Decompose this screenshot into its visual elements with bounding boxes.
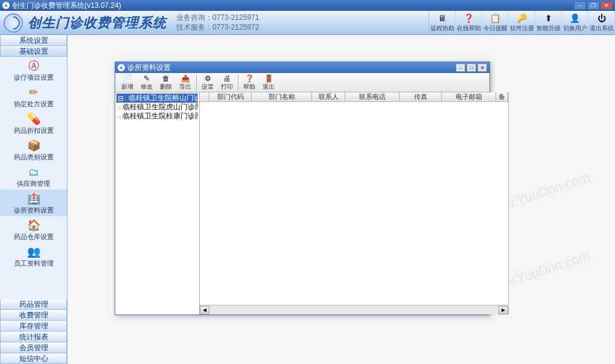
close-button[interactable]: ✕: [601, 1, 613, 10]
sidebar-section[interactable]: 药品管理: [0, 299, 67, 310]
horizontal-scrollbar[interactable]: ◀ ▶: [200, 305, 508, 315]
sidebar-section[interactable]: 系统设置: [0, 35, 67, 46]
tree-folder-icon: ⌂: [118, 104, 121, 111]
toolbar-button-删除[interactable]: 🗑删除: [156, 74, 176, 91]
toolbar-separator: [196, 75, 197, 91]
sidebar-item-label: 协定处方设置: [14, 100, 54, 109]
column-header[interactable]: 部门代码: [209, 92, 252, 101]
sidebar-section[interactable]: 会员管理: [0, 342, 67, 353]
tree-folder-icon: ⌂: [118, 113, 121, 120]
tree-item[interactable]: ⊟⌂临桂镇卫生院榕山门诊部: [116, 94, 198, 103]
toolbar-separator: [238, 75, 238, 91]
header-tool-label: 在线帮助: [457, 24, 481, 33]
toolbar-button-帮助[interactable]: ❓帮助: [240, 74, 259, 91]
column-header[interactable]: 备: [496, 92, 508, 101]
header-tool-icon: ❓: [464, 13, 474, 24]
inner-window: + 诊所资料设置 – □ ✕ 📄新增✎修改🗑删除📤导出⚙设置🖨打印❓帮助🚪退出 …: [115, 62, 490, 315]
toolbar-label: 导出: [179, 83, 191, 91]
header-tool-0[interactable]: 🖥远程协助: [429, 11, 456, 35]
tree-item-label: 临桂镇卫生院虎山门诊部: [123, 103, 198, 112]
toolbar-button-新增[interactable]: 📄新增: [118, 74, 137, 91]
header-tool-4[interactable]: ⬆智能升级: [535, 11, 562, 35]
header-tool-2[interactable]: 📋今日提醒: [482, 11, 509, 35]
sidebar-section[interactable]: 收费管理: [0, 310, 67, 321]
sidebar-item[interactable]: 👥员工资料管理: [0, 243, 67, 269]
sidebar-item-icon: ✏: [25, 86, 42, 99]
sidebar-item[interactable]: Ⓐ诊疗项目设置: [0, 57, 67, 83]
sidebar-item[interactable]: 🗂供应商管理: [0, 163, 67, 190]
toolbar-button-退出[interactable]: 🚪退出: [259, 74, 278, 91]
tree-item-label: 临桂镇卫生院桂康门诊部: [123, 112, 198, 121]
toolbar-label: 修改: [141, 83, 153, 91]
sidebar-item[interactable]: 🏠药品仓库设置: [0, 216, 67, 243]
column-header[interactable]: 联系人: [312, 92, 345, 101]
sidebar-item-icon: Ⓐ: [25, 59, 42, 72]
sidebar-section[interactable]: 库存管理: [0, 321, 67, 331]
window-title: 创生门诊收费管理系统(v13.07.24): [12, 1, 121, 11]
header-tool-icon: ⬆: [543, 13, 554, 24]
inner-maximize-button[interactable]: □: [467, 63, 476, 72]
toolbar-button-设置[interactable]: ⚙设置: [198, 74, 217, 91]
toolbar-icon: ❓: [244, 74, 254, 83]
inner-close-button[interactable]: ✕: [477, 63, 487, 72]
inner-titlebar: + 诊所资料设置 – □ ✕: [115, 62, 489, 73]
sidebar-item[interactable]: 📦药品类别设置: [0, 136, 67, 163]
toolbar-icon: 📤: [180, 74, 190, 83]
scroll-right-button[interactable]: ▶: [499, 306, 508, 315]
column-header[interactable]: [200, 92, 209, 101]
grid-header: 部门代码部门名称联系人联系电话传真电子邮箱备: [200, 92, 508, 102]
contact-line1: 业务咨询：0773-2125971: [176, 13, 259, 23]
maximize-button[interactable]: ❐: [587, 1, 599, 10]
sidebar-item-icon: 🏠: [25, 219, 42, 232]
header-tool-label: 软件注册: [510, 24, 534, 33]
tree-folder-icon: ⌂: [124, 95, 127, 102]
toolbar-label: 设置: [202, 83, 214, 91]
header-toolbar: 🖥远程协助❓在线帮助📋今日提醒🔑软件注册⬆智能升级👤切换用户⏻退出系统: [429, 11, 615, 35]
header-tool-label: 今日提醒: [483, 24, 508, 33]
sidebar-section[interactable]: 基础设置: [0, 46, 67, 57]
toolbar-icon: 🗑: [161, 74, 171, 83]
inner-minimize-button[interactable]: –: [456, 63, 465, 72]
header-banner: 创生门诊收费管理系统 业务咨询：0773-2125971 技术服务：0773-2…: [0, 11, 615, 35]
tree-item-label: 临桂镇卫生院榕山门诊部: [129, 94, 198, 103]
sidebar-item[interactable]: 💊药品折扣设置: [0, 110, 67, 136]
outer-titlebar: + 创生门诊收费管理系统(v13.07.24) – ❐ ✕: [0, 0, 615, 11]
tree-item[interactable]: ⌂临桂镇卫生院桂康门诊部: [116, 112, 198, 121]
sidebar-section[interactable]: 统计报表: [0, 331, 67, 342]
workspace: www.YuuDnn.com www.YuuDnn.com www.YuuDnn…: [68, 35, 615, 364]
toolbar-icon: ⚙: [203, 74, 212, 83]
column-header[interactable]: 传真: [400, 92, 442, 101]
sidebar-item-icon: 🗂: [25, 165, 42, 179]
column-header[interactable]: 电子邮箱: [442, 92, 496, 101]
header-tool-5[interactable]: 👤切换用户: [562, 11, 588, 35]
header-tool-label: 退出系统: [590, 24, 614, 33]
toolbar-button-修改[interactable]: ✎修改: [137, 74, 156, 91]
sidebar-item[interactable]: 🏥诊所资料设置: [0, 190, 67, 216]
header-tool-icon: 🖥: [437, 13, 448, 24]
header-tool-6[interactable]: ⏻退出系统: [588, 11, 615, 35]
toolbar-label: 退出: [263, 83, 275, 91]
sidebar-section[interactable]: 短信中心: [0, 353, 67, 364]
sidebar-item-label: 药品折扣设置: [14, 126, 54, 135]
sidebar-item[interactable]: ✏协定处方设置: [0, 83, 67, 110]
column-header[interactable]: 部门名称: [252, 92, 312, 101]
toolbar-button-打印[interactable]: 🖨打印: [217, 74, 237, 91]
header-tool-label: 智能升级: [537, 24, 561, 33]
tree-item[interactable]: ⌂临桂镇卫生院虎山门诊部: [116, 103, 198, 112]
scroll-track[interactable]: [209, 306, 499, 315]
toolbar-button-导出[interactable]: 📤导出: [176, 74, 195, 91]
scroll-left-button[interactable]: ◀: [200, 306, 209, 315]
grid-body[interactable]: [200, 102, 508, 305]
toolbar-icon: ✎: [142, 74, 151, 83]
header-tool-3[interactable]: 🔑软件注册: [509, 11, 535, 35]
toolbar-label: 删除: [160, 83, 172, 91]
minimize-button[interactable]: –: [574, 1, 586, 10]
sidebar-item-label: 药品类别设置: [14, 153, 54, 162]
tree-pane[interactable]: ⊟⌂临桂镇卫生院榕山门诊部⌂临桂镇卫生院虎山门诊部⌂临桂镇卫生院桂康门诊部: [115, 92, 200, 315]
header-tool-icon: 👤: [570, 13, 581, 24]
sidebar-item-icon: 👥: [25, 245, 42, 258]
sidebar-item-label: 供应商管理: [17, 179, 50, 188]
column-header[interactable]: 联系电话: [345, 92, 400, 101]
header-tool-1[interactable]: ❓在线帮助: [456, 11, 482, 35]
contact-info: 业务咨询：0773-2125971 技术服务：0773-2125972: [176, 13, 259, 32]
